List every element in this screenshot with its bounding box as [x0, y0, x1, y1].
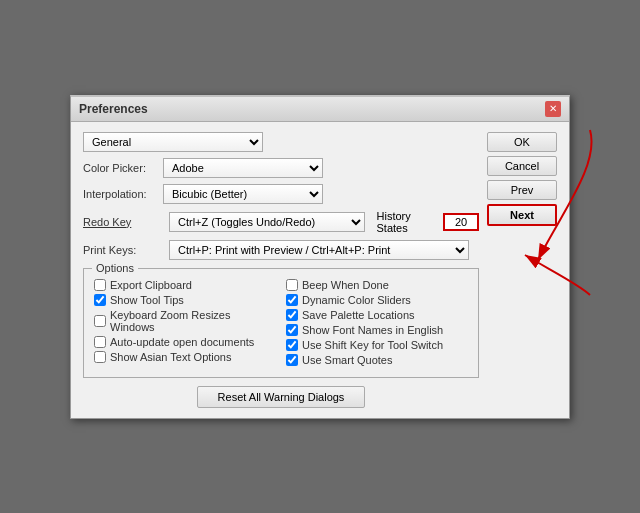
show-font-names-label: Show Font Names in English: [302, 324, 443, 336]
reset-row: Reset All Warning Dialogs: [83, 386, 479, 408]
dynamic-color-sliders-label: Dynamic Color Sliders: [302, 294, 411, 306]
auto-update-label: Auto-update open documents: [110, 336, 254, 348]
cancel-button[interactable]: Cancel: [487, 156, 557, 176]
options-legend: Options: [92, 262, 138, 274]
main-content: General Color Picker: Adobe Interpolatio…: [83, 132, 479, 408]
general-row: General: [83, 132, 479, 152]
interpolation-label: Interpolation:: [83, 188, 163, 200]
color-picker-select[interactable]: Adobe: [163, 158, 323, 178]
side-buttons: OK Cancel Prev Next: [487, 132, 557, 408]
list-item: Save Palette Locations: [286, 309, 468, 321]
list-item: Dynamic Color Sliders: [286, 294, 468, 306]
print-keys-row: Print Keys: Ctrl+P: Print with Preview /…: [83, 240, 479, 260]
show-asian-text-label: Show Asian Text Options: [110, 351, 231, 363]
options-group: Options Export Clipboard Show Tool Tips: [83, 268, 479, 378]
color-picker-label: Color Picker:: [83, 162, 163, 174]
reset-button[interactable]: Reset All Warning Dialogs: [197, 386, 366, 408]
next-button[interactable]: Next: [487, 204, 557, 226]
beep-when-done-checkbox[interactable]: [286, 279, 298, 291]
list-item: Show Asian Text Options: [94, 351, 276, 363]
history-states-input[interactable]: 20: [443, 213, 479, 231]
interpolation-select[interactable]: Bicubic (Better): [163, 184, 323, 204]
auto-update-checkbox[interactable]: [94, 336, 106, 348]
keyboard-zoom-label: Keyboard Zoom Resizes Windows: [110, 309, 276, 333]
list-item: Keyboard Zoom Resizes Windows: [94, 309, 276, 333]
show-tool-tips-label: Show Tool Tips: [110, 294, 184, 306]
export-clipboard-label: Export Clipboard: [110, 279, 192, 291]
list-item: Beep When Done: [286, 279, 468, 291]
prev-button[interactable]: Prev: [487, 180, 557, 200]
list-item: Use Shift Key for Tool Switch: [286, 339, 468, 351]
use-smart-quotes-checkbox[interactable]: [286, 354, 298, 366]
title-bar: Preferences ✕: [71, 97, 569, 122]
list-item: Export Clipboard: [94, 279, 276, 291]
show-asian-text-checkbox[interactable]: [94, 351, 106, 363]
options-right-col: Beep When Done Dynamic Color Sliders Sav…: [286, 279, 468, 369]
redo-key-label: Redo Key: [83, 216, 163, 228]
use-smart-quotes-label: Use Smart Quotes: [302, 354, 392, 366]
interpolation-row: Interpolation: Bicubic (Better): [83, 184, 479, 204]
color-picker-row: Color Picker: Adobe: [83, 158, 479, 178]
save-palette-checkbox[interactable]: [286, 309, 298, 321]
show-tool-tips-checkbox[interactable]: [94, 294, 106, 306]
redo-key-select[interactable]: Ctrl+Z (Toggles Undo/Redo): [169, 212, 365, 232]
list-item: Use Smart Quotes: [286, 354, 468, 366]
save-palette-label: Save Palette Locations: [302, 309, 415, 321]
dynamic-color-sliders-checkbox[interactable]: [286, 294, 298, 306]
dialog-body: General Color Picker: Adobe Interpolatio…: [71, 122, 569, 418]
export-clipboard-checkbox[interactable]: [94, 279, 106, 291]
use-shift-key-label: Use Shift Key for Tool Switch: [302, 339, 443, 351]
general-select[interactable]: General: [83, 132, 263, 152]
close-button[interactable]: ✕: [545, 101, 561, 117]
redo-row: Redo Key Ctrl+Z (Toggles Undo/Redo) Hist…: [83, 210, 479, 234]
preferences-dialog: Preferences ✕ General Color Picker: Adob…: [70, 95, 570, 419]
list-item: Show Tool Tips: [94, 294, 276, 306]
use-shift-key-checkbox[interactable]: [286, 339, 298, 351]
beep-when-done-label: Beep When Done: [302, 279, 389, 291]
list-item: Auto-update open documents: [94, 336, 276, 348]
print-keys-select[interactable]: Ctrl+P: Print with Preview / Ctrl+Alt+P:…: [169, 240, 469, 260]
options-left-col: Export Clipboard Show Tool Tips Keyboard…: [94, 279, 276, 369]
print-keys-label: Print Keys:: [83, 244, 163, 256]
history-states-label: History States: [377, 210, 437, 234]
list-item: Show Font Names in English: [286, 324, 468, 336]
options-columns: Export Clipboard Show Tool Tips Keyboard…: [94, 279, 468, 369]
show-font-names-checkbox[interactable]: [286, 324, 298, 336]
dialog-title: Preferences: [79, 102, 148, 116]
keyboard-zoom-checkbox[interactable]: [94, 315, 106, 327]
ok-button[interactable]: OK: [487, 132, 557, 152]
